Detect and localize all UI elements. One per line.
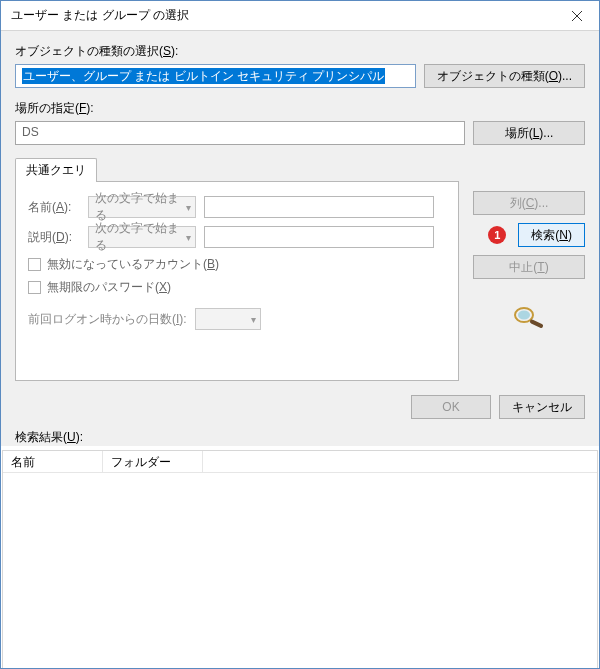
name-match-combo[interactable]: 次の文字で始まる ▾ <box>88 196 196 218</box>
close-button[interactable] <box>554 1 599 31</box>
window-title: ユーザー または グループ の選択 <box>11 7 189 24</box>
common-query-panel: 名前(A): 次の文字で始まる ▾ 説明(D): 次の文字で始まる ▾ <box>15 181 459 381</box>
callout-badge-1: 1 <box>488 226 506 244</box>
close-icon <box>572 11 582 21</box>
no-expire-password-label: 無期限のパスワード(X) <box>47 279 171 296</box>
columns-button[interactable]: 列(C)... <box>473 191 585 215</box>
name-input[interactable] <box>204 196 434 218</box>
svg-rect-4 <box>529 319 543 329</box>
location-value: DS <box>22 125 39 139</box>
name-label: 名前(A): <box>28 199 80 216</box>
titlebar: ユーザー または グループ の選択 <box>1 1 599 31</box>
results-label: 検索結果(U): <box>15 429 585 446</box>
svg-point-3 <box>518 311 530 320</box>
checkbox-no-expire-password[interactable] <box>28 281 41 294</box>
checkbox-disabled-accounts[interactable] <box>28 258 41 271</box>
description-match-combo[interactable]: 次の文字で始まる ▾ <box>88 226 196 248</box>
location-label: 場所の指定(F): <box>15 100 585 117</box>
column-header-folder[interactable]: フォルダー <box>103 451 203 472</box>
object-type-value: ユーザー、グループ または ビルトイン セキュリティ プリンシパル <box>22 68 385 84</box>
description-input[interactable] <box>204 226 434 248</box>
location-input[interactable]: DS <box>15 121 465 145</box>
last-logon-days-combo[interactable]: ▾ <box>195 308 261 330</box>
ok-button[interactable]: OK <box>411 395 491 419</box>
chevron-down-icon: ▾ <box>186 202 191 213</box>
results-header: 名前 フォルダー <box>3 451 597 473</box>
locations-button[interactable]: 場所(L)... <box>473 121 585 145</box>
chevron-down-icon: ▾ <box>186 232 191 243</box>
magnifier-icon <box>511 305 547 332</box>
column-header-name[interactable]: 名前 <box>3 451 103 472</box>
object-type-input[interactable]: ユーザー、グループ または ビルトイン セキュリティ プリンシパル <box>15 64 416 88</box>
search-button[interactable]: 検索(N) <box>518 223 585 247</box>
description-label: 説明(D): <box>28 229 80 246</box>
object-types-button[interactable]: オブジェクトの種類(O)... <box>424 64 585 88</box>
last-logon-days-label: 前回ログオン時からの日数(I): <box>28 311 187 328</box>
disabled-accounts-label: 無効になっているアカウント(B) <box>47 256 219 273</box>
object-type-label: オブジェクトの種類の選択(S): <box>15 43 585 60</box>
stop-button[interactable]: 中止(T) <box>473 255 585 279</box>
results-list[interactable]: 名前 フォルダー <box>2 450 598 669</box>
chevron-down-icon: ▾ <box>251 314 256 325</box>
tab-common-query[interactable]: 共通クエリ <box>15 158 97 182</box>
dialog-body: オブジェクトの種類の選択(S): ユーザー、グループ または ビルトイン セキュ… <box>1 31 599 446</box>
cancel-button[interactable]: キャンセル <box>499 395 585 419</box>
